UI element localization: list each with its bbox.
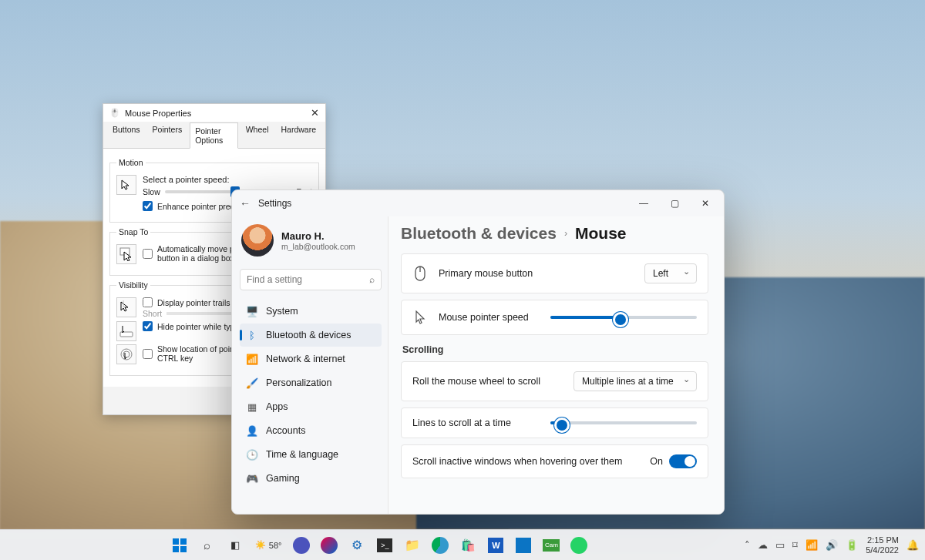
chevron-right-icon: ›: [564, 228, 567, 239]
roll-wheel-dropdown[interactable]: Multiple lines at a time: [574, 371, 697, 391]
lines-scroll-label: Lines to scroll at a time: [412, 417, 540, 428]
snap-to-checkbox[interactable]: [143, 249, 153, 259]
search-icon: ⌕: [204, 538, 210, 552]
tray-volume-icon[interactable]: 🔊: [826, 539, 838, 551]
tray-wifi-icon[interactable]: 📶: [806, 539, 818, 551]
sidebar-item-bluetooth-devices[interactable]: ᛒBluetooth & devices: [240, 324, 382, 347]
scroll-inactive-row: Scroll inactive windows when hovering ov…: [401, 444, 708, 478]
tray-dropbox-icon[interactable]: ⌑: [792, 539, 798, 551]
breadcrumb-parent[interactable]: Bluetooth & devices: [401, 224, 557, 243]
pointer-speed-slow: Slow: [143, 187, 160, 196]
user-account-block[interactable]: Mauro H. m_lab@outlook.com: [240, 221, 382, 263]
roll-wheel-row: Roll the mouse wheel to scroll Multiple …: [401, 361, 708, 401]
sidebar-item-gaming[interactable]: 🎮Gaming: [240, 467, 382, 490]
sidebar-item-network-internet[interactable]: 📶Network & internet: [240, 347, 382, 371]
mouse-properties-titlebar[interactable]: 🖱️ Mouse Properties ✕: [103, 104, 325, 122]
minimize-button[interactable]: —: [628, 192, 659, 215]
terminal-icon: >_: [377, 538, 392, 552]
breadcrumb: Bluetooth & devices › Mouse: [401, 224, 708, 243]
system-icon: 🖥️: [246, 305, 258, 317]
tab-buttons[interactable]: Buttons: [108, 122, 145, 148]
start-button[interactable]: [167, 533, 192, 558]
sidebar-item-personalization[interactable]: 🖌️Personalization: [240, 371, 382, 394]
notifications-icon[interactable]: 🔔: [906, 539, 919, 551]
word-icon: W: [488, 538, 503, 553]
gaming-icon: 🎮: [246, 472, 258, 485]
search-input[interactable]: Find a setting ⌕: [240, 269, 382, 290]
pointer-speed-icon: [116, 175, 136, 195]
taskbar-app-store[interactable]: 🛍️: [456, 533, 480, 558]
taskbar-app-settings[interactable]: ⚙: [345, 533, 369, 558]
tab-pointers[interactable]: Pointers: [148, 122, 187, 148]
lines-scroll-row: Lines to scroll at a time: [401, 407, 708, 438]
personalization-icon: 🖌️: [246, 377, 258, 389]
svg-rect-1: [120, 332, 133, 337]
primary-mouse-button-dropdown[interactable]: Left: [644, 263, 697, 283]
clock-date: 5/4/2022: [866, 545, 899, 555]
breadcrumb-current: Mouse: [575, 224, 627, 243]
show-location-checkbox[interactable]: [143, 349, 153, 359]
trails-short-label: Short: [143, 309, 162, 318]
taskbar-app-whatsapp[interactable]: [567, 533, 591, 558]
maximize-button[interactable]: ▢: [659, 192, 690, 215]
scrolling-section-title: Scrolling: [402, 344, 708, 355]
scroll-inactive-label: Scroll inactive windows when hovering ov…: [412, 456, 639, 467]
weather-temp: 58°: [269, 541, 282, 550]
store-icon: 🛍️: [461, 538, 476, 552]
tray-battery-icon[interactable]: 🔋: [846, 539, 858, 551]
settings-titlebar[interactable]: ← Settings — ▢ ✕: [232, 190, 724, 216]
user-email: m_lab@outlook.com: [281, 242, 355, 251]
tray-meet-icon[interactable]: ▭: [775, 539, 785, 551]
taskbar-app-camtasia[interactable]: Cam: [539, 533, 563, 558]
user-name: Mauro H.: [281, 230, 355, 242]
task-view-icon: ◧: [230, 539, 240, 551]
sidebar-item-accounts[interactable]: 👤Accounts: [240, 419, 382, 442]
enhance-precision-checkbox[interactable]: [143, 201, 153, 211]
lines-scroll-slider[interactable]: [550, 421, 697, 424]
snap-to-icon: [116, 244, 136, 264]
sidebar-item-label: Time & language: [266, 449, 338, 460]
tab-pointer-options[interactable]: Pointer Options: [190, 122, 238, 149]
taskbar-clock[interactable]: 2:15 PM 5/4/2022: [866, 535, 899, 555]
sidebar-item-label: Gaming: [266, 473, 300, 484]
taskbar-search[interactable]: ⌕: [195, 533, 220, 558]
pointer-speed-label: Select a pointer speed:: [143, 175, 312, 184]
tab-wheel[interactable]: Wheel: [241, 122, 274, 148]
primary-mouse-button-row: Primary mouse button Left: [401, 253, 708, 293]
sidebar-item-time-language[interactable]: 🕒Time & language: [240, 443, 382, 466]
hide-typing-icon: [116, 321, 136, 341]
settings-main: Bluetooth & devices › Mouse Primary mous…: [388, 216, 724, 514]
whatsapp-icon: [570, 537, 587, 554]
sidebar-item-system[interactable]: 🖥️System: [240, 300, 382, 323]
sidebar-item-label: Accounts: [266, 425, 305, 436]
pointer-speed-slider[interactable]: [550, 316, 697, 319]
close-icon[interactable]: ✕: [311, 107, 319, 119]
sidebar-item-apps[interactable]: ▦Apps: [240, 395, 382, 418]
time-language-icon: 🕒: [246, 448, 258, 461]
display-trails-checkbox[interactable]: [143, 297, 153, 307]
taskbar-app-edge[interactable]: [428, 533, 452, 558]
search-placeholder: Find a setting: [247, 274, 302, 285]
close-button[interactable]: ✕: [690, 192, 721, 215]
tab-hardware[interactable]: Hardware: [276, 122, 321, 148]
svg-point-2: [121, 349, 132, 360]
tray-chevron-icon[interactable]: ˄: [745, 539, 750, 551]
task-view-button[interactable]: ◧: [223, 533, 247, 558]
taskbar-app-terminal[interactable]: >_: [372, 533, 397, 558]
clock-time: 2:15 PM: [866, 535, 899, 545]
taskbar-app-vscode[interactable]: [511, 533, 536, 558]
taskbar-app-photos[interactable]: [317, 533, 341, 558]
tray-onedrive-icon[interactable]: ☁: [758, 539, 768, 551]
taskbar-app-word[interactable]: W: [483, 533, 508, 558]
roll-wheel-label: Roll the mouse wheel to scroll: [412, 376, 563, 387]
settings-window: ← Settings — ▢ ✕ Mauro H. m_lab@outlook.…: [231, 189, 725, 515]
scroll-inactive-state: On: [650, 456, 663, 467]
photos-icon: [321, 537, 338, 554]
taskbar-app-teams[interactable]: [289, 533, 314, 558]
back-icon[interactable]: ←: [240, 197, 251, 210]
scroll-inactive-toggle[interactable]: [669, 454, 697, 468]
teams-icon: [293, 537, 310, 554]
taskbar-app-explorer[interactable]: 📁: [400, 533, 425, 558]
weather-widget[interactable]: ☀️ 58°: [251, 540, 287, 550]
hide-typing-checkbox[interactable]: [143, 321, 153, 331]
